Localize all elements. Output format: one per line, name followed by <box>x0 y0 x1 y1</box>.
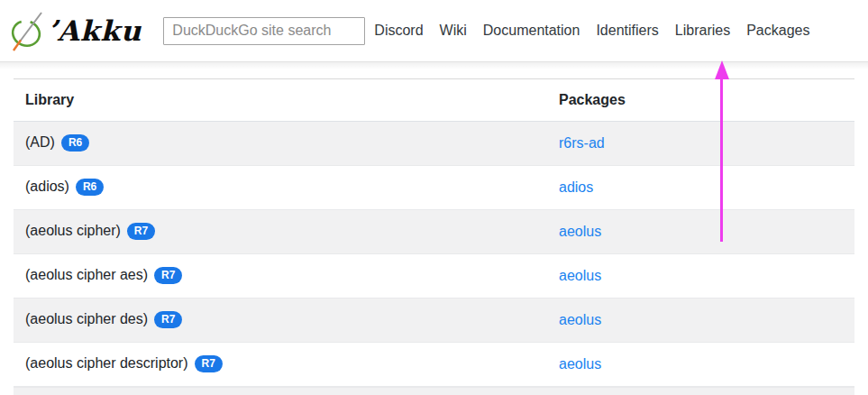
package-link[interactable]: r6rs-ad <box>559 135 605 151</box>
standard-badge: R6 <box>61 134 89 152</box>
table-row: (aeolus cipher aes)R7 aeolus <box>14 254 854 299</box>
nav-item-packages[interactable]: Packages <box>746 23 809 39</box>
table-header: Library Packages <box>14 79 854 122</box>
standard-badge: R7 <box>154 311 182 328</box>
standard-badge: R6 <box>76 179 104 196</box>
package-link[interactable]: aeolus <box>559 356 601 372</box>
nav-item-libraries[interactable]: Libraries <box>675 23 730 39</box>
main-nav: Discord Wiki Documentation Identifiers L… <box>366 23 809 39</box>
nav-item-discord[interactable]: Discord <box>374 23 423 39</box>
brand-name: ʼAkku <box>47 17 142 45</box>
main-content: Library Packages (AD)R6 r6rs-ad (adios)R… <box>0 78 868 395</box>
brand-logo[interactable]: ʼAkku <box>7 7 142 54</box>
site-search-input[interactable] <box>163 17 365 45</box>
nav-item-identifiers[interactable]: Identifiers <box>596 23 658 39</box>
standard-badge: R7 <box>127 223 155 240</box>
navbar-shadow <box>0 62 868 69</box>
table-row-partial <box>14 387 854 395</box>
table-body: (AD)R6 r6rs-ad (adios)R6 adios (aeolus c… <box>14 122 854 387</box>
standard-badge: R7 <box>154 267 182 284</box>
package-link[interactable]: aeolus <box>559 224 601 239</box>
library-name: (aeolus cipher des) <box>25 311 148 326</box>
column-header-packages: Packages <box>547 79 854 122</box>
table-row: (aeolus cipher)R7 aeolus <box>14 210 854 254</box>
table-row: (aeolus cipher des)R7 aeolus <box>14 299 854 343</box>
package-link[interactable]: adios <box>559 179 593 195</box>
column-header-library: Library <box>14 79 547 122</box>
package-link[interactable]: aeolus <box>559 312 601 327</box>
library-name: (adios) <box>25 179 69 194</box>
library-name: (AD) <box>25 134 55 150</box>
standard-badge: R7 <box>195 355 223 372</box>
table-row: (adios)R6 adios <box>14 166 854 210</box>
library-name: (aeolus cipher aes) <box>25 267 148 282</box>
library-name: (aeolus cipher descriptor) <box>25 355 188 371</box>
annotation-arrow-head-icon <box>715 60 729 79</box>
table-row: (aeolus cipher descriptor)R7 aeolus <box>14 343 854 387</box>
library-name: (aeolus cipher) <box>25 223 121 238</box>
libraries-table: Library Packages (AD)R6 r6rs-ad (adios)R… <box>14 78 854 387</box>
navbar: ʼAkku Discord Wiki Documentation Identif… <box>0 0 868 62</box>
table-row: (AD)R6 r6rs-ad <box>14 122 854 166</box>
nav-item-documentation[interactable]: Documentation <box>483 23 580 39</box>
package-link[interactable]: aeolus <box>559 268 601 283</box>
nav-item-wiki[interactable]: Wiki <box>440 23 467 39</box>
akku-logo-icon <box>7 7 50 54</box>
